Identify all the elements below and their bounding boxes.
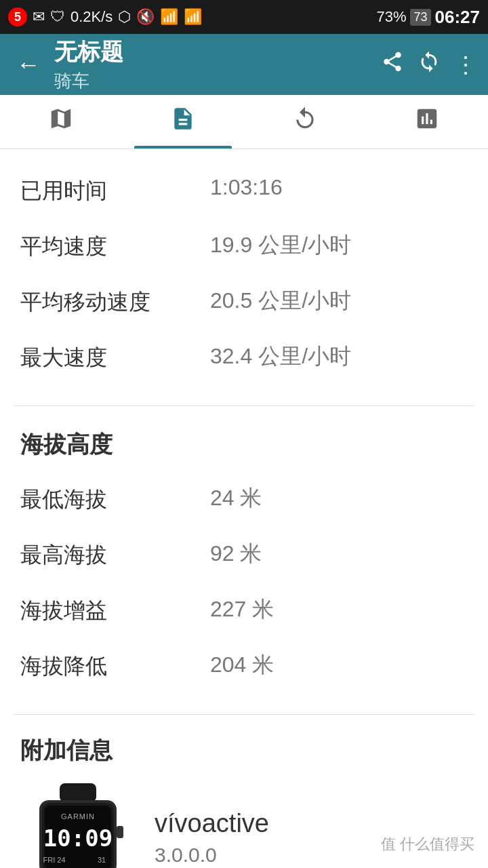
main-stats-section: 已用时间 1:03:16 平均速度 19.9 公里/小时 平均移动速度 20.5… [0, 149, 488, 399]
stat-row-max-alt: 最高海拔 92 米 [20, 527, 468, 583]
divider-2 [14, 714, 474, 715]
wifi-icon: 📶 [160, 8, 178, 26]
tab-bar [0, 95, 488, 149]
lap-tab-icon [292, 106, 318, 138]
stat-row-avg-speed: 平均速度 19.9 公里/小时 [20, 218, 468, 274]
loss-value: 204 米 [210, 650, 468, 680]
signal-icon: 📶 [184, 8, 202, 26]
back-button[interactable]: ← [11, 45, 46, 84]
tab-stats[interactable] [122, 95, 244, 149]
battery-icon: 73 [410, 9, 430, 26]
tab-map[interactable] [0, 95, 122, 149]
svg-text:FRI 24: FRI 24 [43, 856, 65, 864]
notification-badge: 5 [8, 7, 27, 26]
loss-label: 海拔降低 [20, 650, 210, 682]
device-image: 10:09 FRI 24 31 GARMIN [20, 780, 136, 868]
stats-content: 已用时间 1:03:16 平均速度 19.9 公里/小时 平均移动速度 20.5… [0, 149, 488, 868]
battery-percent: 73% [376, 8, 406, 26]
device-info: vívoactive 3.0.0.0 [155, 809, 269, 867]
svg-rect-9 [117, 826, 123, 838]
altitude-section: 海拔高度 最低海拔 24 米 最高海拔 92 米 海拔增益 227 米 海拔降低… [0, 413, 488, 707]
min-alt-value: 24 米 [210, 484, 468, 513]
stat-row-gain: 海拔增益 227 米 [20, 583, 468, 638]
device-row: 10:09 FRI 24 31 GARMIN vívoactive 3.0.0.… [20, 780, 468, 868]
avg-moving-speed-value: 20.5 公里/小时 [210, 286, 468, 316]
avg-speed-label: 平均速度 [20, 231, 210, 262]
stat-row-loss: 海拔降低 204 米 [20, 638, 468, 694]
stats-tab-icon [170, 106, 196, 138]
gain-value: 227 米 [210, 595, 468, 625]
svg-text:10:09: 10:09 [43, 825, 113, 852]
email-icon: ✉ [33, 8, 45, 26]
watch-svg: 10:09 FRI 24 31 GARMIN [20, 780, 136, 868]
more-button[interactable]: ⋮ [454, 51, 477, 78]
stat-row-min-alt: 最低海拔 24 米 [20, 471, 468, 527]
status-time: 06:27 [435, 7, 481, 28]
shield-icon: 🛡 [50, 8, 65, 26]
tab-chart[interactable] [366, 95, 488, 149]
bluetooth-icon: ⬡ [118, 8, 131, 26]
altitude-stats: 最低海拔 24 米 最高海拔 92 米 海拔增益 227 米 海拔降低 204 … [0, 471, 488, 707]
additional-title: 附加信息 [20, 735, 468, 766]
top-bar-actions: ⋮ [381, 50, 477, 79]
avg-moving-speed-label: 平均移动速度 [20, 286, 210, 317]
status-right: 73% 73 06:27 [376, 7, 480, 28]
gain-label: 海拔增益 [20, 595, 210, 626]
max-speed-label: 最大速度 [20, 342, 210, 373]
max-alt-label: 最高海拔 [20, 539, 210, 570]
top-bar: ← 无标题 骑车 ⋮ [0, 34, 488, 95]
map-tab-icon [48, 106, 74, 138]
elapsed-time-value: 1:03:16 [210, 175, 468, 200]
refresh-button[interactable] [418, 50, 441, 79]
share-button[interactable] [381, 50, 404, 79]
device-version: 3.0.0.0 [155, 844, 269, 867]
activity-type: 骑车 [54, 69, 373, 93]
top-bar-titles: 无标题 骑车 [54, 37, 373, 93]
avg-speed-value: 19.9 公里/小时 [210, 231, 468, 260]
stat-row-elapsed: 已用时间 1:03:16 [20, 163, 468, 218]
activity-title: 无标题 [54, 37, 373, 68]
min-alt-label: 最低海拔 [20, 484, 210, 515]
tab-lap[interactable] [244, 95, 366, 149]
status-bar: 5 ✉ 🛡 0.2K/s ⬡ 🔇 📶 📶 73% 73 06:27 [0, 0, 488, 34]
watermark: 值 什么值得买 [381, 834, 474, 854]
svg-text:31: 31 [98, 856, 106, 864]
sound-icon: 🔇 [136, 8, 155, 26]
stat-row-avg-moving-speed: 平均移动速度 20.5 公里/小时 [20, 274, 468, 330]
altitude-section-title: 海拔高度 [0, 413, 488, 471]
stat-row-max-speed: 最大速度 32.4 公里/小时 [20, 330, 468, 385]
max-alt-value: 92 米 [210, 539, 468, 569]
device-name: vívoactive [155, 809, 269, 838]
network-speed: 0.2K/s [70, 8, 113, 26]
svg-text:GARMIN: GARMIN [61, 812, 95, 821]
svg-rect-0 [60, 783, 96, 802]
status-left: 5 ✉ 🛡 0.2K/s ⬡ 🔇 📶 📶 [8, 7, 202, 26]
divider-1 [14, 406, 474, 406]
elapsed-time-label: 已用时间 [20, 175, 210, 206]
chart-tab-icon [414, 106, 440, 138]
max-speed-value: 32.4 公里/小时 [210, 342, 468, 372]
